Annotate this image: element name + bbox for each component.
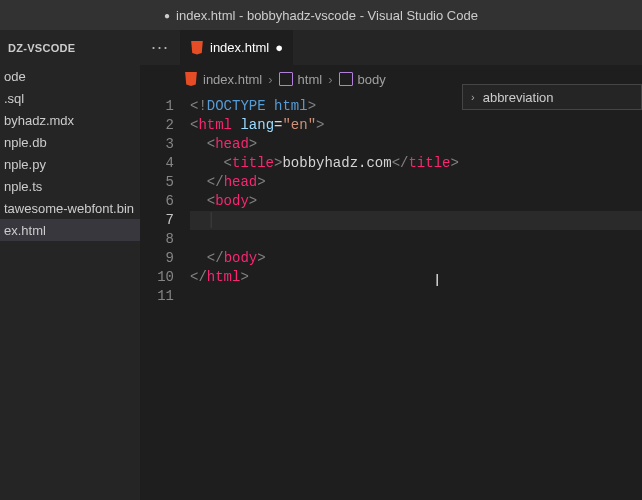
html5-icon [190, 41, 204, 55]
tab-overflow-menu[interactable]: ··· [140, 30, 180, 65]
code-content[interactable]: <!DOCTYPE html> <html lang="en"> <head> … [190, 93, 642, 500]
breadcrumb-label: body [358, 72, 386, 87]
breadcrumb-separator: › [268, 72, 272, 87]
line-number: 10 [140, 268, 174, 287]
sidebar-item[interactable]: .sql [0, 87, 140, 109]
sidebar-item[interactable]: ode [0, 65, 140, 87]
line-number: 5 [140, 173, 174, 192]
breadcrumb-item[interactable]: html [279, 72, 323, 87]
sidebar-item[interactable]: nple.db [0, 131, 140, 153]
tab-label: index.html [210, 40, 269, 55]
line-number: 2 [140, 116, 174, 135]
line-number: 9 [140, 249, 174, 268]
line-number: 11 [140, 287, 174, 306]
breadcrumb-item[interactable]: index.html [184, 72, 262, 87]
symbol-icon [339, 72, 353, 86]
breadcrumb-separator: › [328, 72, 332, 87]
editor-area: ··· index.html ● index.html›html›body › … [140, 30, 642, 500]
tab-index-html[interactable]: index.html ● [180, 30, 293, 65]
explorer-header[interactable]: DZ-VSCODE [0, 30, 140, 65]
symbol-icon [279, 72, 293, 86]
title-dirty-dot: ● [164, 10, 170, 21]
chevron-right-icon: › [471, 91, 475, 103]
tab-dirty-icon: ● [275, 40, 283, 55]
window-title: index.html - bobbyhadz-vscode - Visual S… [176, 8, 478, 23]
title-bar: ● index.html - bobbyhadz-vscode - Visual… [0, 0, 642, 30]
code-editor[interactable]: 1234567891011 <!DOCTYPE html> <html lang… [140, 93, 642, 500]
breadcrumb-item[interactable]: body [339, 72, 386, 87]
sidebar-item[interactable]: ex.html [0, 219, 140, 241]
suggest-widget[interactable]: › abbreviation [462, 84, 642, 110]
sidebar-item[interactable]: byhadz.mdx [0, 109, 140, 131]
sidebar-item[interactable]: nple.ts [0, 175, 140, 197]
suggest-label: abbreviation [483, 90, 554, 105]
line-number: 1 [140, 97, 174, 116]
sidebar-item[interactable]: nple.py [0, 153, 140, 175]
breadcrumb-label: index.html [203, 72, 262, 87]
tab-bar: ··· index.html ● [140, 30, 642, 65]
explorer-sidebar: DZ-VSCODE ode.sqlbyhadz.mdxnple.dbnple.p… [0, 30, 140, 500]
line-number: 6 [140, 192, 174, 211]
line-number: 8 [140, 230, 174, 249]
line-number: 3 [140, 135, 174, 154]
sidebar-item[interactable]: tawesome-webfont.bin [0, 197, 140, 219]
html5-icon [184, 72, 198, 86]
line-gutter: 1234567891011 [140, 93, 190, 500]
line-number: 4 [140, 154, 174, 173]
breadcrumb-label: html [298, 72, 323, 87]
